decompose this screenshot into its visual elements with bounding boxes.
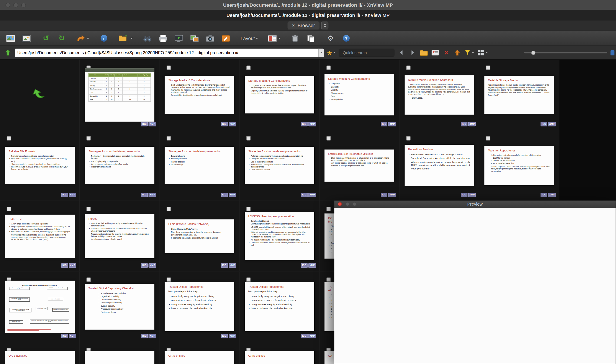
dropdown-caret-icon[interactable]: [486, 52, 488, 53]
dropdown-caret-icon[interactable]: [472, 52, 474, 53]
thumbnail-checkbox[interactable]: [246, 278, 251, 282]
slide-thumbnail[interactable]: Reliable File FormatsFormats vary in fun…: [5, 147, 75, 184]
slide-thumbnail[interactable]: Tools for RepositoriesArchivematica: sui…: [484, 146, 554, 185]
slide-thumbnail[interactable]: MediaCD-RDVD-RHard diskFlash stick and c…: [85, 68, 154, 121]
print-icon[interactable]: [158, 33, 168, 44]
capture-icon[interactable]: [205, 33, 215, 44]
thumbnail-size-slider[interactable]: [524, 48, 607, 57]
dropdown-caret-icon[interactable]: [256, 38, 258, 39]
grid-cell[interactable]: Reliable File FormatsFormats vary in fun…: [0, 130, 80, 201]
grid-cell[interactable]: OAIS entities: [240, 342, 319, 364]
slide-thumbnail[interactable]: Reliable Storage Media“No computer stora…: [484, 76, 554, 114]
filter-funnel-icon[interactable]: [465, 48, 474, 57]
grid-cell[interactable]: Storage Media: 6 ConsiderationsLongevity…: [240, 60, 319, 130]
grid-cell[interactable]: [80, 342, 160, 364]
thumbnail-checkbox[interactable]: [7, 136, 11, 140]
grid-cell[interactable]: NARA's Media Selection Scorecard“The sco…: [399, 60, 479, 130]
grid-cell[interactable]: Storage Media: 6 ConsiderationsLongevity…: [320, 60, 399, 130]
parent-folder-icon[interactable]: [76, 33, 89, 44]
slideshow-icon[interactable]: [174, 33, 184, 44]
view-mode-icon[interactable]: [268, 33, 281, 44]
thumbnail-checkbox[interactable]: [486, 136, 490, 140]
slide-thumbnail[interactable]: Strategies for short/mid-term preservati…: [165, 147, 234, 184]
thumbnail-checkbox[interactable]: [166, 136, 171, 140]
grid-cell[interactable]: PorticoCentralized dark archive provided…: [80, 201, 160, 272]
slide-thumbnail[interactable]: Trusted Digital Repositories:Must provid…: [165, 282, 234, 331]
thumbnail-checkbox[interactable]: [86, 136, 91, 140]
browser-icon[interactable]: [5, 33, 16, 44]
grid-cell[interactable]: Trusted Digital Repository ChecklistAdmi…: [80, 272, 160, 342]
thumbnail-checkbox[interactable]: [86, 278, 91, 282]
info-icon[interactable]: i: [99, 33, 109, 44]
grid-cell[interactable]: Strategies for short/mid-term preservati…: [80, 130, 160, 201]
slide-thumbnail[interactable]: Storage Media: 6 ConsiderationsLongevity…: [245, 76, 314, 113]
new-folder-icon[interactable]: +: [118, 33, 133, 44]
up-arrow-icon[interactable]: [4, 48, 12, 57]
zoom-window-button[interactable]: [21, 3, 26, 7]
slide-thumbnail[interactable]: LOCKSS: Peer to peer preservationDevelop…: [245, 212, 314, 260]
slide-thumbnail[interactable]: Storage Media: 6 ConsiderationsLongevity…: [325, 74, 394, 115]
close-window-button[interactable]: [5, 3, 10, 7]
slide-thumbnail[interactable]: OAIS entities: [165, 351, 234, 364]
tab-scroll-arrows-icon[interactable]: [321, 22, 329, 29]
slider-track[interactable]: [524, 52, 607, 53]
quick-search-field[interactable]: [339, 49, 395, 57]
export-icon[interactable]: [453, 48, 461, 57]
grid-cell[interactable]: LOCKSS: Peer to peer preservationDevelop…: [240, 201, 319, 272]
delete-icon[interactable]: [290, 33, 301, 44]
slide-thumbnail[interactable]: Strategies for short/mid-term preservati…: [85, 147, 154, 184]
thumbnail-checkbox[interactable]: [326, 207, 330, 211]
minimize-window-button[interactable]: [14, 3, 18, 7]
slide-thumbnail[interactable]: [85, 351, 154, 364]
grid-cell[interactable]: Reliable Storage Media“No computer stora…: [479, 60, 559, 130]
grid-cell[interactable]: Repository ServicesPreservation Services…: [399, 130, 479, 201]
thumbnail-checkbox[interactable]: [246, 136, 251, 140]
grid-cell[interactable]: HathiTrustA very large, consortial, cent…: [0, 201, 80, 272]
grid-cell[interactable]: Trusted Digital Repositories:Must provid…: [240, 272, 319, 342]
thumbnail-checkbox[interactable]: [86, 207, 91, 211]
grid-cell[interactable]: Storage Media: 6 ConsiderationsCost: Mus…: [160, 60, 240, 130]
grid-cell[interactable]: Tools for RepositoriesArchivematica: sui…: [479, 130, 559, 201]
panel-icon[interactable]: [611, 50, 615, 55]
thumbnail-checkbox[interactable]: [326, 278, 330, 282]
edit-image-icon[interactable]: [221, 33, 231, 44]
slide-thumbnail[interactable]: OAIS activities: [5, 351, 75, 364]
thumbnail-checkbox[interactable]: [246, 207, 251, 211]
thumbnail-checkbox[interactable]: [486, 65, 490, 70]
slide-thumbnail[interactable]: OAIS entities: [245, 351, 314, 364]
slider-thumb[interactable]: [531, 51, 535, 55]
preview-zoom-button[interactable]: [353, 202, 356, 206]
slide-thumbnail[interactable]: NARA's Media Selection Scorecard“The sco…: [405, 75, 474, 114]
preview-close-button[interactable]: [338, 202, 342, 206]
slide-thumbnail[interactable]: Repository ServicesPreservation Services…: [405, 145, 474, 186]
path-dropdown-icon[interactable]: [318, 49, 324, 57]
thumbnail-checkbox[interactable]: [406, 136, 411, 140]
batch-convert-icon[interactable]: [190, 33, 200, 44]
grid-cell[interactable]: Strategies for short/mid-term preservati…: [160, 130, 240, 201]
dropdown-caret-icon[interactable]: [278, 38, 281, 39]
thumbnail-checkbox[interactable]: [166, 278, 171, 282]
thumbnail-checkbox[interactable]: [166, 65, 171, 70]
slide-thumbnail[interactable]: PLNs (Private Lockss Networks)Started fi…: [165, 219, 234, 253]
thumbnail-grid-icon[interactable]: [477, 48, 488, 57]
grid-cell[interactable]: OAIS activities: [0, 342, 80, 364]
categories-icon[interactable]: [432, 48, 439, 57]
path-field[interactable]: [15, 49, 324, 57]
dropdown-caret-icon[interactable]: [87, 38, 89, 39]
preview-minimize-button[interactable]: [345, 202, 349, 206]
dropdown-caret-icon[interactable]: [333, 52, 336, 53]
redo-icon[interactable]: ↻: [57, 33, 67, 44]
slide-thumbnail[interactable]: Storage Media: 6 ConsiderationsCost: Mus…: [165, 76, 234, 114]
clear-icon[interactable]: ×: [442, 48, 450, 57]
slide-thumbnail[interactable]: HathiTrustA very large, consortial, cent…: [5, 214, 75, 258]
thumbnail-checkbox[interactable]: [326, 136, 330, 140]
tab-browser[interactable]: × Browser: [288, 22, 319, 29]
thumbnail-checkbox[interactable]: [406, 65, 411, 70]
undo-icon[interactable]: ↺: [41, 33, 51, 44]
folder-icon[interactable]: [420, 48, 428, 57]
favorites-star-icon[interactable]: ★: [327, 48, 336, 57]
path-input[interactable]: [15, 50, 318, 55]
back-icon[interactable]: [398, 48, 406, 57]
grid-cell[interactable]: Trusted Digital Repositories:Must provid…: [160, 272, 240, 342]
parent-folder-arrow-icon[interactable]: [32, 87, 47, 103]
